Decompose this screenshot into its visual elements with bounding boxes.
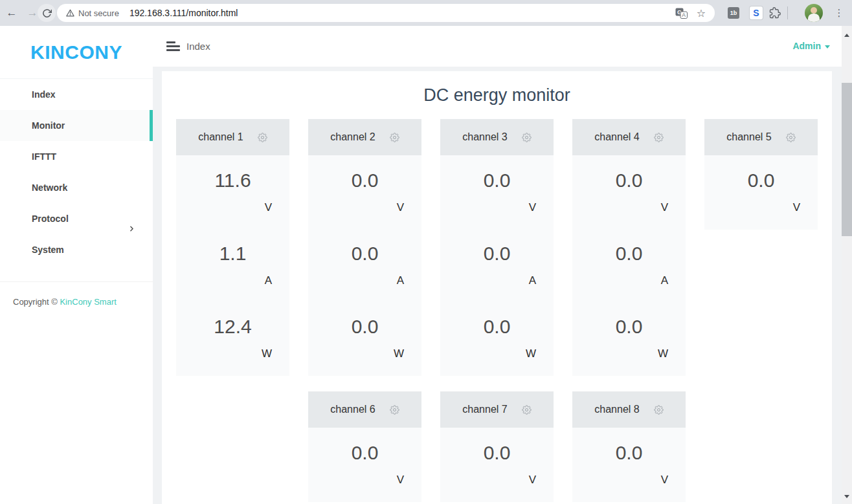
power-unit: W xyxy=(572,347,686,360)
gear-icon[interactable] xyxy=(522,133,532,142)
power-unit: W xyxy=(308,347,421,360)
current-value: 1.1 xyxy=(176,240,289,267)
gear-icon[interactable] xyxy=(390,133,399,142)
content-panel: DC energy monitor channel 1 11.6V 1.1A 1… xyxy=(162,71,832,504)
browser-back-icon[interactable]: ← xyxy=(4,5,19,21)
channel-card-body: 11.6V 1.1A 12.4W xyxy=(176,155,289,376)
power-value: 0.0 xyxy=(440,313,554,340)
gear-icon[interactable] xyxy=(522,405,532,415)
channel-card: channel 3 0.0V 0.0A 0.0W xyxy=(440,119,554,376)
not-secure-chip[interactable]: Not secure xyxy=(66,8,119,18)
voltage-unit: V xyxy=(176,201,289,214)
channel-card-body: 0.0V 0.0A 0.0W xyxy=(308,155,421,376)
channel-grid: channel 1 11.6V 1.1A 12.4W channel 2 xyxy=(162,119,832,502)
sidebar-item-monitor[interactable]: Monitor xyxy=(0,110,153,141)
gear-icon[interactable] xyxy=(258,133,267,142)
profile-avatar[interactable] xyxy=(805,4,823,22)
channel-card: channel 7 0.0V xyxy=(440,391,554,502)
channel-card: channel 2 0.0V 0.0A 0.0W xyxy=(308,119,421,376)
voltage-unit: V xyxy=(704,201,818,214)
channel-card-header: channel 4 xyxy=(572,119,686,155)
channel-name: channel 6 xyxy=(330,404,375,415)
sidebar-item-index[interactable]: Index xyxy=(0,79,153,110)
browser-reload-icon[interactable] xyxy=(38,4,56,22)
copyright-prefix: Copyright © xyxy=(13,297,60,307)
current-unit: A xyxy=(440,274,554,287)
scrollbar-down-icon[interactable] xyxy=(842,491,852,501)
channel-name: channel 2 xyxy=(330,131,375,143)
voltage-unit: V xyxy=(440,201,554,214)
gear-icon[interactable] xyxy=(786,133,796,142)
power-value: 0.0 xyxy=(572,313,686,340)
voltage-value: 0.0 xyxy=(440,167,554,194)
warning-icon xyxy=(66,9,74,17)
scrollbar-up-icon[interactable] xyxy=(842,30,852,40)
voltage-unit: V xyxy=(308,201,421,214)
channel-card-body: 0.0V 0.0A 0.0W xyxy=(440,155,554,376)
sidebar-item-protocol[interactable]: Protocol xyxy=(0,203,153,234)
sidebar-item-system[interactable]: System xyxy=(0,234,153,265)
scrollbar-thumb[interactable] xyxy=(842,83,852,236)
toolbar-divider xyxy=(787,6,788,19)
caret-down-icon xyxy=(825,45,830,49)
channel-card-header: channel 2 xyxy=(308,119,421,155)
admin-label: Admin xyxy=(792,41,821,51)
browser-menu-icon[interactable]: ⋮ xyxy=(834,0,844,26)
gear-icon[interactable] xyxy=(390,405,399,415)
kincony-logo[interactable]: KINCONY xyxy=(30,41,122,63)
page-title: DC energy monitor xyxy=(162,85,832,105)
voltage-value: 0.0 xyxy=(308,439,421,466)
current-unit: A xyxy=(572,274,686,287)
hamburger-menu-icon[interactable] xyxy=(166,41,180,51)
bookmark-star-icon[interactable]: ☆ xyxy=(697,7,706,19)
sidebar-menu: Index Monitor IFTTT Network Protocol Sys… xyxy=(0,79,153,282)
channel-card: channel 4 0.0V 0.0A 0.0W xyxy=(572,119,686,376)
sidebar-item-label: Protocol xyxy=(32,214,69,224)
voltage-value: 0.0 xyxy=(308,167,421,194)
breadcrumb[interactable]: Index xyxy=(186,26,210,67)
sidebar-item-ifttt[interactable]: IFTTT xyxy=(0,141,153,172)
vertical-scrollbar[interactable] xyxy=(842,26,852,504)
channel-name: channel 4 xyxy=(594,131,639,143)
not-secure-label: Not secure xyxy=(78,8,119,18)
url-text[interactable]: 192.168.3.111/monitor.html xyxy=(129,8,675,18)
channel-card-body: 0.0V xyxy=(308,428,421,502)
app-window: KINCONY Index Monitor IFTTT Network Prot… xyxy=(0,26,852,504)
channel-card-body: 0.0V xyxy=(440,428,554,502)
voltage-value: 0.0 xyxy=(440,439,554,466)
power-unit: W xyxy=(440,347,554,360)
channel-name: channel 1 xyxy=(198,131,243,143)
gear-icon[interactable] xyxy=(654,133,664,142)
channel-name: channel 5 xyxy=(726,131,771,143)
power-value: 0.0 xyxy=(308,313,421,340)
logo-container: KINCONY xyxy=(0,26,153,79)
gear-icon[interactable] xyxy=(654,405,664,415)
channel-card-header: channel 7 xyxy=(440,391,554,428)
current-unit: A xyxy=(308,274,421,287)
translate-icon[interactable]: G A xyxy=(675,8,688,19)
sidebar-item-network[interactable]: Network xyxy=(0,172,153,203)
voltage-unit: V xyxy=(572,201,686,214)
current-unit: A xyxy=(176,274,289,287)
channel-card-header: channel 1 xyxy=(176,119,289,155)
extension-s-icon[interactable]: S xyxy=(750,6,763,19)
current-value: 0.0 xyxy=(572,240,686,267)
channel-card-header: channel 8 xyxy=(572,391,686,428)
channel-card-body: 0.0V 0.0A 0.0W xyxy=(572,155,686,376)
current-value: 0.0 xyxy=(440,240,554,267)
channel-name: channel 8 xyxy=(594,404,639,415)
copyright-brand-link[interactable]: KinCony Smart xyxy=(60,297,116,307)
main-area: Index Admin DC energy monitor channel 1 … xyxy=(153,26,842,504)
admin-dropdown[interactable]: Admin xyxy=(792,26,830,67)
channel-name: channel 3 xyxy=(462,131,507,143)
address-bar[interactable]: Not secure 192.168.3.111/monitor.html G … xyxy=(57,4,715,22)
extensions-puzzle-icon[interactable] xyxy=(769,7,781,19)
power-unit: W xyxy=(176,347,289,360)
voltage-unit: V xyxy=(308,474,421,487)
extension-1b-icon[interactable]: 1b xyxy=(728,7,739,19)
voltage-value: 11.6 xyxy=(176,167,289,194)
topbar: Index Admin xyxy=(153,26,842,67)
channel-card: channel 1 11.6V 1.1A 12.4W xyxy=(176,119,289,376)
channel-card-header: channel 5 xyxy=(704,119,818,155)
voltage-value: 0.0 xyxy=(572,167,686,194)
